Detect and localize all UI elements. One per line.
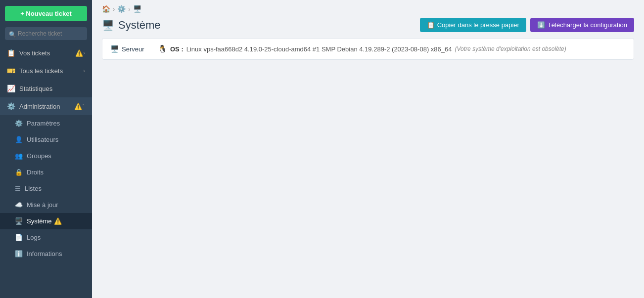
sidebar-item-label: Tous les tickets [19,67,83,75]
sidebar-item-label: Vos tickets [19,49,73,57]
copy-label: Copier dans le presse papier [437,21,519,29]
sidebar-item-utilisateurs[interactable]: 👤 Utilisateurs [0,131,92,148]
page-title: Système [118,19,161,32]
sidebar: + Nouveau ticket 🔍 📋 Vos tickets ⚠️ › 🎫 … [0,0,92,298]
main-content: 🏠 › ⚙️ › 🖥️ 🖥️ Système 📋 Copier dans le … [92,0,644,298]
sidebar-item-administration[interactable]: ⚙️ Administration ⚠️ ˅ [0,97,92,115]
chevron-down-icon: ˅ [82,103,85,110]
sidebar-sub-label: Mise à jour [27,201,58,209]
new-ticket-button[interactable]: + Nouveau ticket [5,6,87,21]
all-tickets-icon: 🎫 [7,67,15,75]
server-info-card: 🖥️ Serveur 🐧 OS : Linux vps-faa668d2 4.1… [102,38,634,60]
sidebar-item-droits[interactable]: 🔒 Droits [0,164,92,180]
warning-badge: ⚠️ [74,103,82,110]
content-area: 🖥️ Serveur 🐧 OS : Linux vps-faa668d2 4.1… [92,38,644,298]
sidebar-item-listes[interactable]: ☰ Listes [0,180,92,197]
chevron-icon: › [83,68,85,74]
droits-icon: 🔒 [15,169,23,176]
sidebar-sub-label: Utilisateurs [27,136,58,143]
search-icon: 🔍 [9,31,16,38]
os-warning: (Votre système d'exploitation est obsolè… [455,45,566,52]
informations-icon: ℹ️ [15,250,23,257]
warning-badge: ⚠️ [75,49,83,57]
sidebar-item-logs[interactable]: 📄 Logs [0,229,92,246]
sidebar-item-systeme[interactable]: 🖥️ Système ⚠️ [0,213,92,229]
page-header: 🖥️ Système 📋 Copier dans le presse papie… [92,15,644,38]
warning-badge: ⚠️ [54,217,62,225]
stats-icon: 📈 [7,85,15,92]
sidebar-sub-label: Listes [25,185,42,192]
listes-icon: ☰ [15,185,21,192]
admin-bc-icon: ⚙️ [117,5,126,13]
download-config-button[interactable]: ⬇️ Télécharger la configuration [530,18,634,32]
header-actions: 📋 Copier dans le presse papier ⬇️ Téléch… [420,18,634,32]
sidebar-sub-label: Système [27,217,52,225]
sidebar-sub-label: Droits [27,169,44,176]
server-icon: 🖥️ [110,45,119,53]
sidebar-sub-label: Groupes [27,152,51,160]
system-bc-icon: 🖥️ [133,5,141,13]
sidebar-item-statistiques[interactable]: 📈 Statistiques [0,80,92,97]
sidebar-item-mise-a-jour[interactable]: ☁️ Mise à jour [0,197,92,213]
sidebar-item-label: Administration [19,103,72,110]
server-label: 🖥️ Serveur [110,45,150,53]
search-input[interactable] [5,27,87,40]
groupes-icon: 👥 [15,152,23,160]
sidebar-item-parametres[interactable]: ⚙️ Paramètres [0,115,92,131]
download-label: Télécharger la configuration [548,21,627,29]
sidebar-item-vos-tickets[interactable]: 📋 Vos tickets ⚠️ › [0,44,92,62]
utilisateurs-icon: 👤 [15,136,23,143]
sidebar-item-label: Statistiques [19,85,85,92]
sidebar-sub-label: Paramètres [27,120,60,127]
os-label: OS : [170,45,184,53]
os-info: 🐧 OS : Linux vps-faa668d2 4.19.0-25-clou… [158,44,626,53]
search-container: 🔍 [0,25,92,44]
page-title-icon: 🖥️ [102,19,114,31]
breadcrumb: 🏠 › ⚙️ › 🖥️ [92,0,644,15]
logs-icon: 📄 [15,234,23,241]
breadcrumb-sep: › [113,5,115,13]
os-value: Linux vps-faa668d2 4.19.0-25-cloud-amd64… [186,45,452,53]
server-text: Serveur [122,45,144,53]
breadcrumb-sep: › [128,5,130,13]
chevron-icon: › [83,50,85,56]
miseajour-icon: ☁️ [15,201,23,209]
home-icon: 🏠 [102,5,110,13]
download-icon: ⬇️ [537,21,545,29]
sidebar-sub-label: Logs [27,234,41,241]
sidebar-item-informations[interactable]: ℹ️ Informations [0,246,92,262]
sidebar-item-groupes[interactable]: 👥 Groupes [0,148,92,164]
systeme-icon: 🖥️ [15,217,23,225]
tickets-icon: 📋 [7,49,15,57]
page-title-area: 🖥️ Système [102,19,161,32]
copy-icon: 📋 [427,21,435,29]
linux-icon: 🐧 [158,44,167,53]
parametres-icon: ⚙️ [15,120,23,127]
sidebar-item-tous-tickets[interactable]: 🎫 Tous les tickets › [0,62,92,80]
copy-clipboard-button[interactable]: 📋 Copier dans le presse papier [420,18,526,32]
sidebar-sub-label: Informations [27,250,62,257]
admin-icon: ⚙️ [7,102,15,110]
